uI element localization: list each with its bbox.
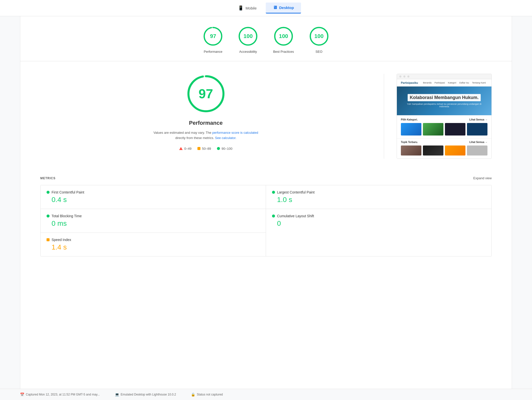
footer-emulated-text: Emulated Desktop with Lighthouse 10.0.2 <box>121 393 176 396</box>
legend-orange: 50–89 <box>197 147 211 150</box>
metric-cell-si: Speed Index 1.4 s <box>41 233 266 256</box>
tab-desktop[interactable]: 🖥 Desktop <box>266 2 301 14</box>
metric-cell-fcp: First Contentful Paint 0.4 s <box>41 185 266 209</box>
nav-link-5: Tentang Kami <box>472 82 486 84</box>
score-description: Values are estimated and may vary. The p… <box>153 130 258 141</box>
screenshot-header <box>397 74 491 79</box>
metric-dot-si <box>47 238 50 241</box>
footer-captured: 📅 Captured Mon 12, 2023, at 11:52 PM GMT… <box>20 392 100 396</box>
metric-label-tbt: Total Blocking Time <box>47 214 260 218</box>
main-panel: 97 Performance 100 Accessibility <box>20 16 512 391</box>
topik-title: Topik Terbaru. <box>401 141 418 144</box>
score-number-accessibility: 100 <box>243 33 253 40</box>
metric-value-lcp: 1.0 s <box>272 196 485 204</box>
topik-item-1 <box>401 146 421 156</box>
cat-item-3 <box>445 123 465 136</box>
calendar-icon: 📅 <box>20 392 24 396</box>
footer-status-text: Status not captured <box>197 393 223 396</box>
metric-value-si: 1.4 s <box>47 243 260 251</box>
big-score-circle: 97 <box>186 74 226 114</box>
topik-grid <box>401 146 487 156</box>
score-label-accessibility: Accessibility <box>239 50 257 54</box>
perf-score-link[interactable]: performance score is calculated <box>212 131 258 134</box>
screenshot-content: Partisipasiku Beranda Partisipasi Katego… <box>397 79 491 158</box>
score-circle-best-practices: 100 <box>274 26 294 46</box>
vertical-divider <box>384 74 384 159</box>
metric-name-fcp: First Contentful Paint <box>52 190 84 194</box>
score-label-performance: Performance <box>204 50 222 54</box>
site-nav-links: Beranda Partisipasi Kategori Daftar Isu … <box>423 82 486 84</box>
metric-label-si: Speed Index <box>47 238 260 242</box>
panel-body: 97 Performance Values are estimated and … <box>20 61 512 169</box>
score-item-best-practices: 100 Best Practices <box>273 26 294 54</box>
desktop-icon: 🖥 <box>273 5 277 10</box>
nav-link-4: Daftar Isu <box>459 82 469 84</box>
mobile-icon: 📱 <box>238 5 243 11</box>
tab-mobile-label: Mobile <box>245 6 256 10</box>
tab-desktop-label: Desktop <box>279 6 294 10</box>
metric-name-tbt: Total Blocking Time <box>52 214 82 218</box>
topik-link: Lihat Semua → <box>469 141 487 144</box>
legend-orange-label: 50–89 <box>202 147 211 150</box>
metric-dot-lcp <box>272 191 275 194</box>
metric-dot-cls <box>272 214 275 218</box>
legend-green-label: 90–100 <box>221 147 232 150</box>
cat-grid <box>401 123 487 136</box>
metric-value-cls: 0 <box>272 220 485 228</box>
metric-label-cls: Cumulative Layout Shift <box>272 214 485 218</box>
footer-captured-text: Captured Mon 12, 2023, at 11:52 PM GMT-5… <box>26 393 100 396</box>
metric-label-fcp: First Contentful Paint <box>47 190 260 194</box>
nav-link-1: Beranda <box>423 82 431 84</box>
red-triangle-icon <box>179 147 183 150</box>
desc-mid: directly from these metrics. <box>175 136 214 140</box>
score-item-seo: 100 SEO <box>309 26 329 54</box>
metric-value-fcp: 0.4 s <box>47 196 260 204</box>
site-hero-title: Kolaborasi Membangun Hukum. <box>408 94 480 101</box>
panel-right: Partisipasiku Beranda Partisipasi Katego… <box>397 74 492 159</box>
panel-left: 97 Performance Values are estimated and … <box>40 74 371 159</box>
metric-value-tbt: 0 ms <box>47 220 260 228</box>
score-number-seo: 100 <box>314 33 324 40</box>
metric-cell-cls: Cumulative Layout Shift 0 <box>266 209 491 233</box>
cat-title: Pilih Kategori. <box>401 118 418 121</box>
score-circle-accessibility: 100 <box>238 26 258 46</box>
metric-cell-lcp: Largest Contentful Paint 1.0 s <box>266 185 491 209</box>
score-legend: 0–49 50–89 90–100 <box>179 147 232 150</box>
site-categories: Pilih Kategori. Lihat Semua → <box>397 115 491 138</box>
footer-bar: 📅 Captured Mon 12, 2023, at 11:52 PM GMT… <box>0 389 532 400</box>
site-preview: Partisipasiku Beranda Partisipasi Katego… <box>397 79 491 158</box>
big-score-title: Performance <box>189 120 223 126</box>
site-logo: Partisipasiku <box>401 81 418 84</box>
green-circle-icon <box>217 147 220 150</box>
cat-item-2 <box>423 123 443 136</box>
legend-red: 0–49 <box>179 147 191 150</box>
metric-cell-tbt: Total Blocking Time 0 ms <box>41 209 266 233</box>
cat-item-4 <box>467 123 487 136</box>
topik-item-2 <box>423 146 443 156</box>
big-score-number: 97 <box>199 86 213 101</box>
metric-name-si: Speed Index <box>52 238 71 242</box>
legend-green: 90–100 <box>217 147 232 150</box>
metric-dot-fcp <box>47 191 50 194</box>
metrics-title: METRICS <box>40 176 56 180</box>
tab-mobile[interactable]: 📱 Mobile <box>231 3 263 13</box>
metrics-grid: First Contentful Paint 0.4 s Largest Con… <box>40 185 492 256</box>
tab-bar: 📱 Mobile 🖥 Desktop <box>0 0 532 16</box>
legend-red-label: 0–49 <box>184 147 191 150</box>
browser-dot-1 <box>399 76 401 78</box>
score-label-best-practices: Best Practices <box>273 50 294 54</box>
score-number-best-practices: 100 <box>279 33 288 40</box>
expand-view-button[interactable]: Expand view <box>473 176 492 180</box>
score-item-accessibility: 100 Accessibility <box>238 26 258 54</box>
metrics-header: METRICS Expand view <box>40 176 492 180</box>
computer-icon: 💻 <box>115 392 119 396</box>
orange-square-icon <box>197 147 200 150</box>
score-label-seo: SEO <box>316 50 322 54</box>
calc-link[interactable]: See calculator. <box>215 136 236 140</box>
score-circle-performance: 97 <box>203 26 223 46</box>
site-hero: Kolaborasi Membangun Hukum. Yuk! Sampaik… <box>397 86 491 115</box>
lock-icon: 🔒 <box>191 392 195 396</box>
score-circle-seo: 100 <box>309 26 329 46</box>
browser-dot-3 <box>407 76 409 78</box>
metrics-section: METRICS Expand view First Contentful Pai… <box>20 169 512 264</box>
